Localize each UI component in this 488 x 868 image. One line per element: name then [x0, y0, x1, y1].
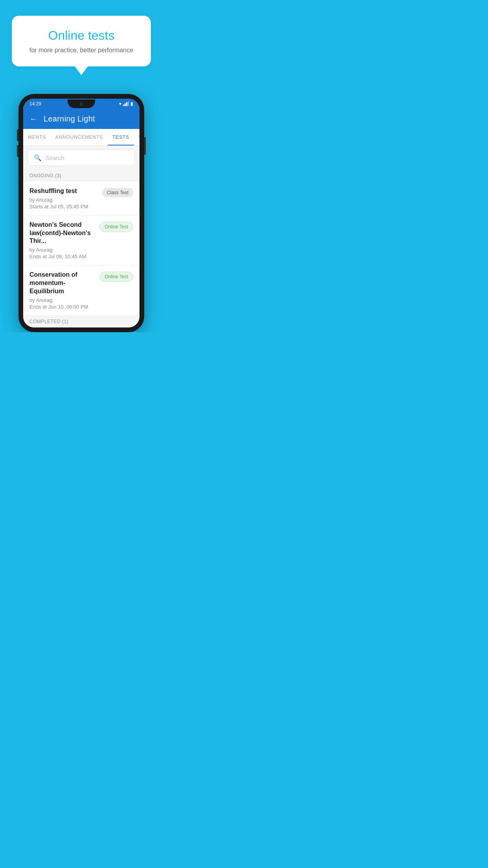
test-name-newtons: Newton's Second law(contd)-Newton's Thir…	[29, 221, 95, 245]
tab-bar: MENTS ANNOUNCEMENTS TESTS VIDEOS	[23, 129, 139, 146]
search-input[interactable]: Search	[46, 154, 64, 161]
promo-title: Online tests	[28, 28, 135, 43]
volume-down-button	[17, 145, 18, 157]
test-time-newtons: Ends at Jul 06, 10:45 AM	[29, 254, 95, 259]
test-time-reshuffling: Starts at Jul 05, 05:45 PM	[29, 204, 97, 210]
promo-section: Online tests for more practice, better p…	[0, 0, 163, 74]
test-item-reshuffling[interactable]: Reshuffling test by Anurag Starts at Jul…	[23, 182, 139, 215]
phone-wrapper: 14:29 ▾ ▮ ← Learning Light	[0, 94, 163, 332]
back-button[interactable]: ←	[29, 114, 37, 123]
search-box[interactable]: 🔍 Search	[28, 150, 135, 166]
test-time-conservation: Ends at Jun 10, 06:00 PM	[29, 304, 95, 310]
phone-notch	[68, 99, 95, 108]
search-icon: 🔍	[34, 154, 42, 162]
volume-up-button	[17, 129, 18, 141]
promo-subtitle: for more practice, better performance	[28, 47, 135, 54]
test-author-reshuffling: by Anurag	[29, 197, 97, 203]
signal-icon	[123, 101, 129, 106]
test-item-conservation[interactable]: Conservation of momentum-Equilibrium by …	[23, 265, 139, 315]
app-header: ← Learning Light	[23, 109, 139, 129]
test-name-reshuffling: Reshuffling test	[29, 187, 97, 195]
test-badge-conservation: Online Test	[99, 272, 133, 282]
test-item-newtons[interactable]: Newton's Second law(contd)-Newton's Thir…	[23, 215, 139, 265]
test-author-newtons: by Anurag	[29, 247, 95, 253]
power-button	[144, 137, 146, 155]
wifi-icon: ▾	[119, 101, 121, 107]
phone-mockup: 14:29 ▾ ▮ ← Learning Light	[18, 94, 144, 332]
test-info-conservation: Conservation of momentum-Equilibrium by …	[29, 271, 95, 309]
app-title: Learning Light	[44, 114, 95, 123]
tab-tests[interactable]: TESTS	[108, 129, 134, 145]
completed-section-header: COMPLETED (1)	[23, 316, 139, 327]
front-camera	[80, 102, 83, 106]
search-container: 🔍 Search	[23, 146, 139, 170]
test-info-reshuffling: Reshuffling test by Anurag Starts at Jul…	[29, 187, 97, 210]
status-time: 14:29	[29, 101, 41, 107]
test-badge-reshuffling: Class Test	[102, 188, 133, 197]
battery-icon: ▮	[130, 101, 133, 107]
test-name-conservation: Conservation of momentum-Equilibrium	[29, 271, 95, 295]
tab-ments[interactable]: MENTS	[23, 129, 51, 145]
test-info-newtons: Newton's Second law(contd)-Newton's Thir…	[29, 221, 95, 259]
test-badge-newtons: Online Test	[99, 222, 133, 232]
speech-bubble: Online tests for more practice, better p…	[12, 16, 151, 66]
test-author-conservation: by Anurag	[29, 297, 95, 303]
test-list: Reshuffling test by Anurag Starts at Jul…	[23, 182, 139, 316]
tab-videos[interactable]: VIDEOS	[134, 129, 139, 145]
status-right-icons: ▾ ▮	[119, 101, 133, 107]
ongoing-section-header: ONGOING (3)	[23, 170, 139, 182]
phone-screen: 14:29 ▾ ▮ ← Learning Light	[23, 99, 139, 327]
tab-announcements[interactable]: ANNOUNCEMENTS	[51, 129, 108, 145]
